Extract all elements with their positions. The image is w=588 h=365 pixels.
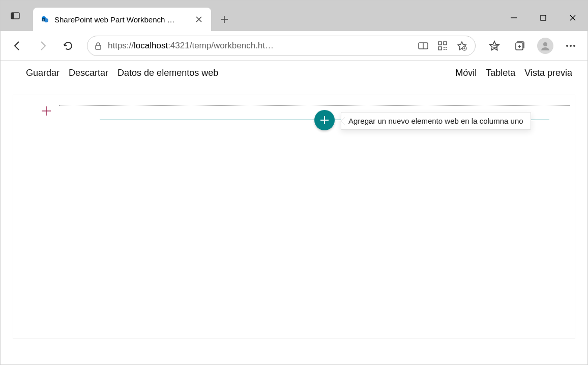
workbench-canvas: Agregar un nuevo elemento web en la colu… [13,95,575,339]
svg-rect-1 [11,13,14,19]
window-close-button[interactable] [558,8,587,28]
section-divider [59,105,570,106]
svg-point-20 [570,45,572,47]
browser-tab[interactable]: S SharePoint web Part Workbench … [33,8,211,31]
tab-actions-icon[interactable] [7,8,24,25]
webpart-zone: Agregar un nuevo elemento web en la colu… [100,120,549,120]
add-favorite-icon[interactable] [455,41,469,51]
browser-tab-strip: S SharePoint web Part Workbench … [1,1,587,31]
discard-button[interactable]: Descartar [69,68,108,78]
svg-rect-9 [438,42,442,45]
svg-rect-14 [444,49,445,50]
svg-rect-10 [444,42,447,45]
window-maximize-button[interactable] [528,8,558,28]
favorites-button[interactable] [484,35,505,57]
back-button[interactable] [7,35,28,57]
settings-menu-button[interactable] [560,35,581,57]
window-minimize-button[interactable] [499,8,528,28]
url-prefix: https:// [108,41,134,50]
new-tab-button[interactable] [214,9,234,30]
webpart-data-button[interactable]: Datos de elementos web [117,68,218,78]
sharepoint-favicon-icon: S [40,15,49,24]
site-info-icon[interactable] [94,41,103,50]
url-path: :4321/temp/workbench.ht… [168,41,274,50]
tooltip-text: Agregar un nuevo elemento web en la colu… [348,117,523,125]
qr-code-icon[interactable] [435,41,450,50]
url-host: localhost [134,41,168,50]
add-section-button[interactable] [41,105,52,117]
window-controls [499,8,587,28]
svg-rect-6 [541,15,546,20]
url-text: https://localhost:4321/temp/workbench.ht… [108,41,411,51]
collections-button[interactable] [509,35,531,57]
page-content: Guardar Descartar Datos de elementos web… [1,61,587,365]
mobile-view-button[interactable]: Móvil [455,68,477,78]
reader-view-icon[interactable] [416,42,430,50]
svg-point-21 [573,45,575,47]
svg-rect-13 [446,47,447,48]
svg-point-19 [566,45,568,47]
svg-text:S: S [43,18,44,21]
add-webpart-tooltip: Agregar un nuevo elemento web en la colu… [341,112,531,130]
preview-button[interactable]: Vista previa [524,68,572,78]
browser-toolbar: https://localhost:4321/temp/workbench.ht… [1,31,587,61]
svg-rect-7 [96,45,101,49]
tab-title: SharePoint web Part Workbench … [54,15,189,24]
tab-close-button[interactable] [194,14,204,24]
address-bar[interactable]: https://localhost:4321/temp/workbench.ht… [87,36,476,56]
svg-point-18 [543,42,547,46]
svg-rect-15 [446,49,447,50]
add-webpart-button[interactable] [314,110,335,130]
workbench-command-bar: Guardar Descartar Datos de elementos web… [1,61,587,86]
forward-button[interactable] [32,35,53,57]
svg-rect-12 [444,47,445,48]
refresh-button[interactable] [57,35,79,57]
tablet-view-button[interactable]: Tableta [486,68,515,78]
profile-button[interactable] [535,35,556,57]
svg-rect-11 [438,47,442,50]
avatar-icon [537,38,553,54]
save-button[interactable]: Guardar [26,68,60,78]
